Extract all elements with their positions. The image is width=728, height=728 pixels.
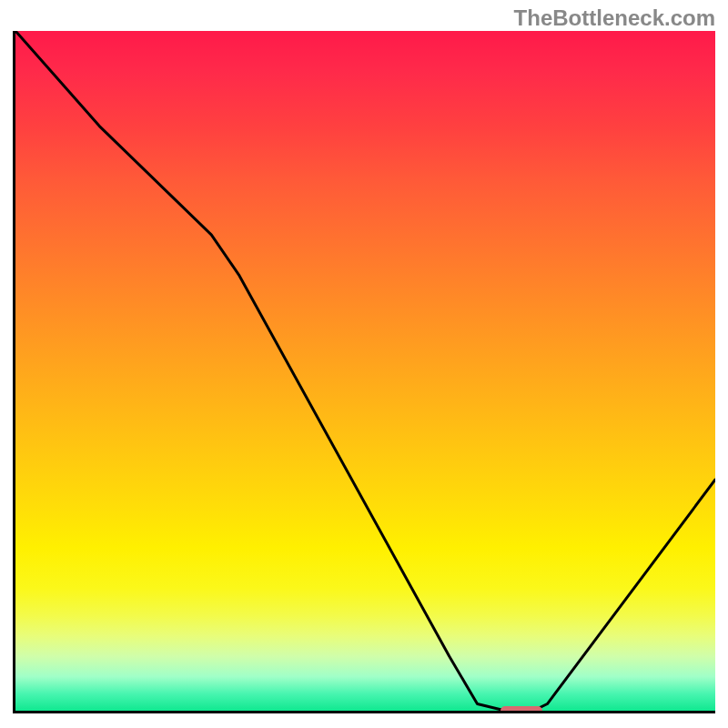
bottleneck-curve-line xyxy=(15,31,715,711)
chart-curve-svg xyxy=(15,31,715,711)
watermark-text: TheBottleneck.com xyxy=(514,5,715,31)
chart-plot-area xyxy=(13,31,715,713)
optimal-point-marker xyxy=(500,706,542,713)
